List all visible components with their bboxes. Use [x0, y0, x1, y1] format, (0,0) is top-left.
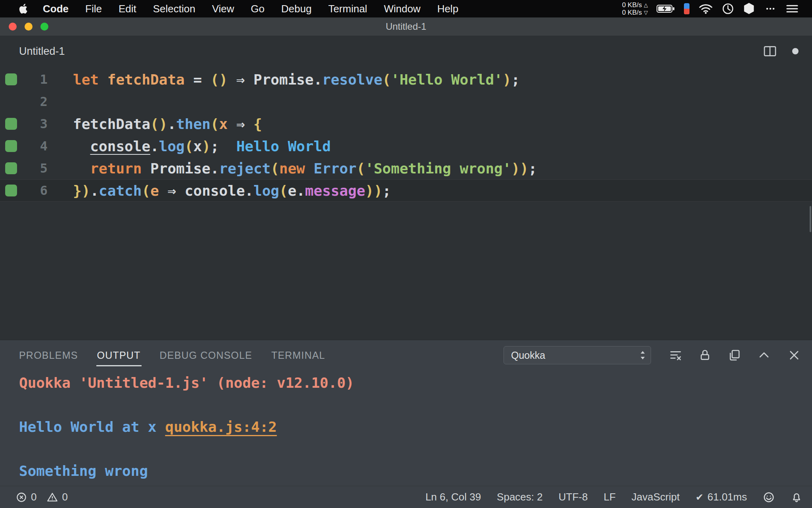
code-token: log	[159, 138, 185, 154]
code-text: }).catch(e ⇒ console.log(e.message));	[73, 183, 391, 199]
battery-charging-icon[interactable]	[657, 4, 675, 13]
editor-scrollbar[interactable]	[810, 206, 811, 232]
code-token: (	[279, 183, 288, 199]
menu-go[interactable]: Go	[251, 3, 265, 15]
code-token: console	[185, 183, 245, 199]
status-eol[interactable]: LF	[603, 491, 615, 503]
clock-icon[interactable]	[722, 2, 734, 15]
code-token: .	[167, 116, 176, 132]
code-token: Hello World	[236, 138, 331, 154]
code-line-3[interactable]: 3fetchData().then(x ⇒ {	[0, 113, 812, 135]
editor-header: Untitled-1	[0, 36, 812, 66]
split-editor-icon[interactable]	[764, 46, 776, 57]
code-token: (	[271, 160, 280, 177]
code-token: ⇒	[228, 71, 253, 88]
code-editor[interactable]: 1let fetchData = () ⇒ Promise.resolve('H…	[0, 66, 812, 340]
window-titlebar[interactable]: Untitled-1	[0, 17, 812, 36]
status-quokka-run-time[interactable]: ✔61.01ms	[695, 491, 747, 503]
menu-window[interactable]: Window	[384, 3, 420, 15]
code-token: x	[219, 116, 228, 132]
network-throughput-indicator[interactable]: 0 KB/s △ 0 KB/s ▽	[622, 1, 648, 16]
menu-debug[interactable]: Debug	[281, 3, 312, 15]
warning-icon	[47, 492, 58, 503]
code-line-6[interactable]: 6}).catch(e ⇒ console.log(e.message));	[0, 179, 812, 202]
warning-count[interactable]: 0	[47, 491, 67, 503]
close-panel-icon[interactable]	[787, 348, 801, 362]
code-token: (	[211, 116, 219, 132]
close-window-button[interactable]	[9, 23, 17, 31]
tab-untitled-1[interactable]: Untitled-1	[19, 45, 65, 58]
tab-output[interactable]: OUTPUT	[97, 340, 141, 370]
code-line-4[interactable]: 4 console.log(x); Hello World	[0, 135, 812, 157]
status-cursor-position[interactable]: Ln 6, Col 39	[425, 491, 481, 503]
menu-file[interactable]: File	[85, 3, 102, 15]
notifications-bell-icon[interactable]	[791, 491, 802, 503]
code-line-1[interactable]: 1let fetchData = () ⇒ Promise.resolve('H…	[0, 68, 812, 90]
output-channel-value: Quokka	[511, 350, 545, 361]
error-count[interactable]: 0	[16, 491, 36, 503]
menu-selection[interactable]: Selection	[153, 3, 195, 15]
list-icon[interactable]	[786, 4, 799, 14]
tab-debug-console[interactable]: DEBUG CONSOLE	[160, 340, 253, 370]
code-token	[73, 138, 90, 154]
status-label: Spaces: 2	[497, 491, 543, 503]
menu-edit[interactable]: Edit	[119, 3, 136, 15]
wifi-icon[interactable]	[699, 3, 713, 14]
code-token: Promise	[253, 71, 314, 88]
status-bar-right: Ln 6, Col 39Spaces: 2UTF-8LFJavaScript✔6…	[425, 491, 802, 503]
code-token	[219, 138, 236, 154]
output-channel-select[interactable]: Quokka	[504, 346, 651, 364]
code-token: (	[382, 71, 391, 88]
code-token: new	[279, 160, 314, 177]
status-label: 61.01ms	[707, 491, 747, 503]
coverage-square-icon	[5, 118, 17, 130]
clear-output-icon[interactable]	[669, 349, 682, 362]
code-token: ;	[211, 138, 219, 154]
device-status-icon[interactable]	[684, 3, 690, 15]
code-text: console.log(x); Hello World	[73, 138, 331, 154]
menu-terminal[interactable]: Terminal	[328, 3, 367, 15]
tab-terminal[interactable]: TERMINAL	[271, 340, 325, 370]
status-language-mode[interactable]: JavaScript	[632, 491, 680, 503]
status-indentation[interactable]: Spaces: 2	[497, 491, 543, 503]
traffic-lights	[9, 23, 48, 31]
code-line-2[interactable]: 2	[0, 90, 812, 113]
output-source-link[interactable]: quokka.js:4:2	[165, 419, 277, 435]
code-token: .	[297, 183, 305, 199]
code-token: ()	[211, 71, 228, 88]
unsaved-changes-indicator[interactable]	[792, 48, 799, 54]
code-token: )	[202, 138, 211, 154]
code-text: fetchData().then(x ⇒ {	[73, 116, 262, 132]
code-text: let fetchData = () ⇒ Promise.resolve('He…	[73, 71, 520, 88]
more-icon[interactable]	[764, 4, 777, 13]
line-number: 3	[25, 116, 48, 131]
status-encoding[interactable]: UTF-8	[559, 491, 588, 503]
apple-menu[interactable]	[17, 3, 28, 15]
minimize-window-button[interactable]	[25, 23, 33, 31]
menu-help[interactable]: Help	[437, 3, 458, 15]
problems-summary[interactable]: 0 0	[16, 491, 68, 503]
lock-scroll-icon[interactable]	[699, 349, 711, 362]
error-count-value: 0	[31, 491, 36, 503]
status-bar: 0 0 Ln 6, Col 39Spaces: 2UTF-8LFJavaScri…	[0, 486, 812, 508]
line-number: 1	[25, 72, 48, 87]
menu-view[interactable]: View	[212, 3, 234, 15]
quokka-coverage-indicator	[0, 162, 25, 174]
zoom-window-button[interactable]	[40, 23, 48, 31]
open-output-in-editor-icon[interactable]	[728, 349, 741, 362]
code-token: (	[142, 183, 150, 199]
tab-problems[interactable]: PROBLEMS	[19, 340, 78, 370]
code-token: fetchData	[107, 71, 193, 88]
menu-code[interactable]: Code	[43, 3, 69, 15]
bottom-panel: PROBLEMSOUTPUTDEBUG CONSOLETERMINAL Quok…	[0, 340, 812, 486]
code-token: let	[73, 71, 107, 88]
code-line-5[interactable]: 5 return Promise.reject(new Error('Somet…	[0, 157, 812, 179]
code-token: e	[150, 183, 159, 199]
feedback-smiley-icon[interactable]	[763, 491, 775, 503]
quokka-coverage-indicator	[0, 118, 25, 130]
status-label: Ln 6, Col 39	[425, 491, 481, 503]
box-app-icon[interactable]	[743, 2, 755, 15]
maximize-panel-icon[interactable]	[757, 348, 771, 362]
output-line: Hello World at x quokka.js:4:2	[19, 418, 812, 462]
editor-header-actions	[764, 46, 799, 57]
